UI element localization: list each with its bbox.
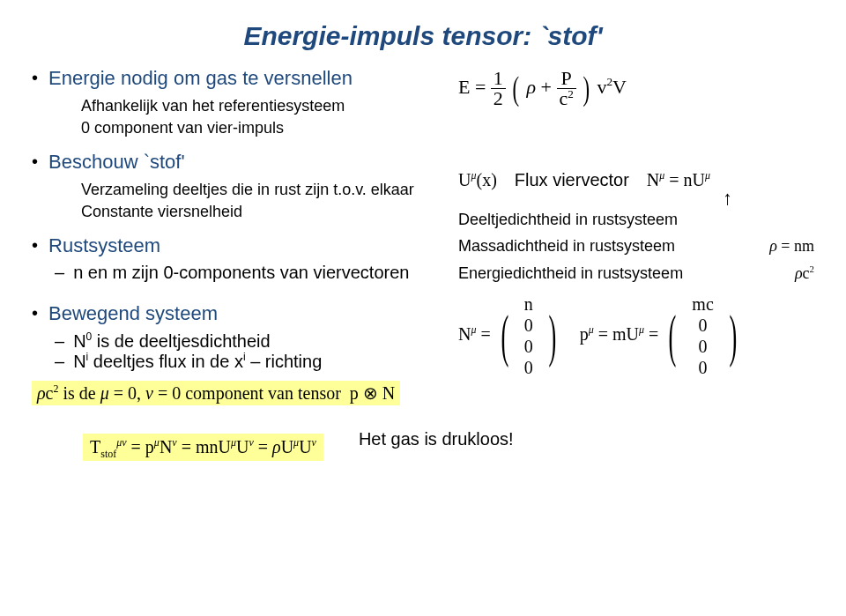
density-line-1: Deeltjedichtheid in rustsysteem (458, 206, 814, 234)
bullet-dot: • (32, 67, 38, 90)
right-column: E = 12 ( ρ + Pc2 ) v2V Uμ(x) Flux vierve… (455, 63, 814, 405)
flux-line: Uμ(x) Flux viervector Nμ = nUμ (458, 170, 814, 190)
bullet-dot: • (32, 151, 38, 174)
bullet-1-sub-1: Afhankelijk van het referentiesysteem (81, 95, 455, 116)
left-column: • Energie nodig om gas te versnellen Afh… (32, 63, 455, 405)
bullet-2-sub-1: Verzameling deeltjes die in rust zijn t.… (81, 179, 455, 200)
bullet-2-sub-2: Constante viersnelheid (81, 201, 455, 222)
page-title: Energie-impuls tensor: `stof' (32, 21, 814, 51)
bullet-3: Rustsysteem (48, 234, 160, 257)
bullet-dot: • (32, 302, 38, 325)
gas-drukloos: Het gas is drukloos! (359, 429, 514, 449)
bullet-4: Bewegend systeem (48, 302, 218, 325)
yellow-T-equation: Tstofμν = pμNν = mnUμUν = ρUμUν (83, 434, 323, 461)
bullet-2: Beschouw `stof' (48, 151, 185, 174)
up-arrow-icon: ↑ (723, 190, 814, 206)
bullet-1: Energie nodig om gas te versnellen (48, 67, 352, 90)
energy-equation: E = 12 ( ρ + Pc2 ) v2V (458, 69, 814, 108)
bullet-1-sub-2: 0 component van vier-impuls (81, 117, 455, 138)
bullet-3-dash-1: n en m zijn 0-components van viervectore… (32, 263, 455, 283)
bullet-4-dash-2: Ni deeltjes flux in de xi – richting (32, 352, 455, 372)
bullet-4-dash-1: N0 is de deeltjesdichtheid (32, 331, 455, 352)
matrices: Nμ = ( n 0 0 0 ) pμ = mUμ = ( mc 0 0 (458, 293, 814, 378)
bullet-dot: • (32, 234, 38, 257)
density-line-3: Energiedichtheid in rustsysteem ρc2 (458, 260, 814, 287)
density-line-2: Massadichtheid in rustsysteem ρ = nm (458, 233, 814, 260)
yellow-tensor-component: ρc2 is de μ = 0, ν = 0 component van ten… (32, 381, 400, 405)
